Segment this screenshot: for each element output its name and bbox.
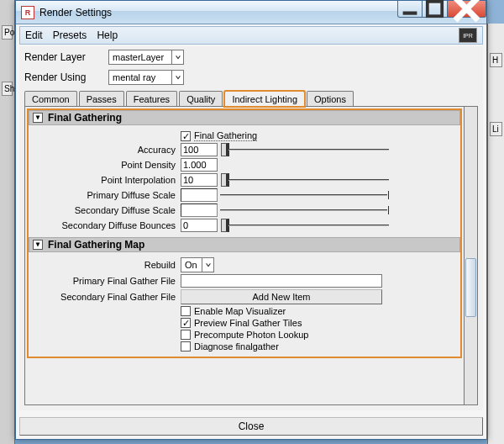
- section-header-final-gathering[interactable]: Final Gathering: [29, 110, 460, 125]
- vertical-scrollbar[interactable]: [465, 107, 478, 405]
- diagnose-finalgather-checkbox[interactable]: [181, 341, 191, 352]
- titlebar[interactable]: R Render Settings: [16, 1, 486, 24]
- section-title-fg-map: Final Gathering Map: [48, 239, 144, 251]
- tab-passes[interactable]: Passes: [79, 91, 124, 106]
- secondary-diffuse-scale-label: Secondary Diffuse Scale: [34, 205, 181, 215]
- point-density-input[interactable]: [181, 158, 218, 172]
- preview-fg-tiles-label: Preview Final Gather Tiles: [194, 318, 302, 328]
- render-using-label: Render Using: [24, 71, 108, 83]
- scrollbar-thumb[interactable]: [465, 258, 476, 317]
- chevron-down-icon: [171, 50, 183, 64]
- tab-features[interactable]: Features: [126, 91, 177, 106]
- tab-options[interactable]: Options: [307, 91, 354, 106]
- secondary-bounces-slider[interactable]: [221, 219, 389, 232]
- chevron-down-icon: [202, 258, 213, 272]
- primary-fg-file-label: Primary Final Gather File: [34, 276, 181, 286]
- close-button[interactable]: [448, 1, 486, 18]
- tab-strip: Common Passes Features Quality Indirect …: [24, 90, 478, 107]
- render-settings-window: R Render Settings Edit Presets Help IPR: [15, 0, 487, 440]
- secondary-bounces-label: Secondary Diffuse Bounces: [34, 220, 181, 230]
- rebuild-select[interactable]: On: [181, 257, 214, 272]
- ipr-icon[interactable]: IPR: [459, 28, 477, 43]
- minimize-button[interactable]: [397, 1, 423, 18]
- app-icon: R: [21, 6, 34, 19]
- secondary-fg-file-label: Secondary Final Gather File: [34, 292, 181, 302]
- final-gathering-enable-label: Final Gathering: [194, 130, 257, 141]
- rebuild-label: Rebuild: [34, 260, 181, 270]
- bg-btn-po[interactable]: Po: [2, 25, 13, 40]
- menu-edit[interactable]: Edit: [25, 29, 43, 41]
- accuracy-slider[interactable]: [221, 143, 389, 156]
- close-panel-button[interactable]: Close: [19, 417, 483, 436]
- bg-btn-li[interactable]: Li: [490, 122, 502, 136]
- precompute-photon-checkbox[interactable]: [181, 330, 191, 340]
- chevron-down-icon: [171, 71, 183, 84]
- tab-indirect-lighting[interactable]: Indirect Lighting: [224, 91, 305, 107]
- primary-fg-file-input[interactable]: [181, 274, 382, 288]
- diagnose-finalgather-label: Diagnose finalgather: [194, 341, 279, 352]
- tab-content: Final Gathering Final Gathering Accuracy: [24, 107, 465, 405]
- enable-map-visualizer-checkbox[interactable]: [181, 306, 191, 316]
- svg-rect-1: [428, 1, 442, 15]
- render-using-select[interactable]: mental ray: [108, 70, 184, 85]
- rebuild-value: On: [185, 260, 197, 270]
- bg-btn-sho[interactable]: Sh: [2, 82, 13, 96]
- menubar: Edit Presets Help IPR: [19, 26, 483, 45]
- background-left-strip: Po Sh: [0, 0, 15, 444]
- enable-map-visualizer-label: Enable Map Visualizer: [194, 306, 286, 316]
- tab-quality[interactable]: Quality: [179, 91, 223, 106]
- disclosure-triangle-icon[interactable]: [33, 240, 43, 250]
- svg-marker-5: [36, 243, 40, 247]
- highlighted-section-group: Final Gathering Final Gathering Accuracy: [27, 108, 462, 358]
- secondary-diffuse-slider[interactable]: [221, 204, 389, 217]
- accuracy-input[interactable]: [181, 143, 218, 156]
- primary-diffuse-slider[interactable]: [221, 188, 389, 202]
- menu-help[interactable]: Help: [97, 29, 118, 41]
- menu-presets[interactable]: Presets: [53, 29, 87, 41]
- render-layer-select[interactable]: masterLayer: [108, 50, 184, 65]
- secondary-bounces-input[interactable]: [181, 219, 218, 232]
- preview-fg-tiles-checkbox[interactable]: [181, 318, 191, 328]
- primary-diffuse-scale-label: Primary Diffuse Scale: [34, 190, 181, 200]
- point-interpolation-slider[interactable]: [221, 173, 389, 187]
- window-title: Render Settings: [39, 7, 112, 18]
- secondary-diffuse-color-swatch[interactable]: [181, 204, 218, 217]
- precompute-photon-label: Precompute Photon Lookup: [194, 330, 308, 340]
- point-density-label: Point Density: [34, 160, 181, 170]
- section-header-fg-map[interactable]: Final Gathering Map: [29, 237, 460, 252]
- bg-btn-h[interactable]: H: [490, 53, 502, 67]
- point-interpolation-label: Point Interpolation: [34, 175, 181, 185]
- accuracy-label: Accuracy: [34, 145, 181, 155]
- final-gathering-checkbox[interactable]: [181, 131, 191, 141]
- maximize-button[interactable]: [423, 1, 448, 18]
- section-title-final-gathering: Final Gathering: [48, 112, 122, 124]
- point-interpolation-input[interactable]: [181, 173, 218, 187]
- render-layer-value: masterLayer: [113, 52, 164, 62]
- add-new-item-button[interactable]: Add New Item: [181, 289, 382, 304]
- tab-common[interactable]: Common: [24, 91, 77, 106]
- svg-marker-4: [36, 116, 40, 120]
- render-layer-label: Render Layer: [24, 51, 108, 63]
- render-using-value: mental ray: [113, 72, 155, 82]
- disclosure-triangle-icon[interactable]: [33, 113, 43, 123]
- background-right-strip: H Li: [487, 24, 504, 444]
- primary-diffuse-color-swatch[interactable]: [181, 188, 218, 202]
